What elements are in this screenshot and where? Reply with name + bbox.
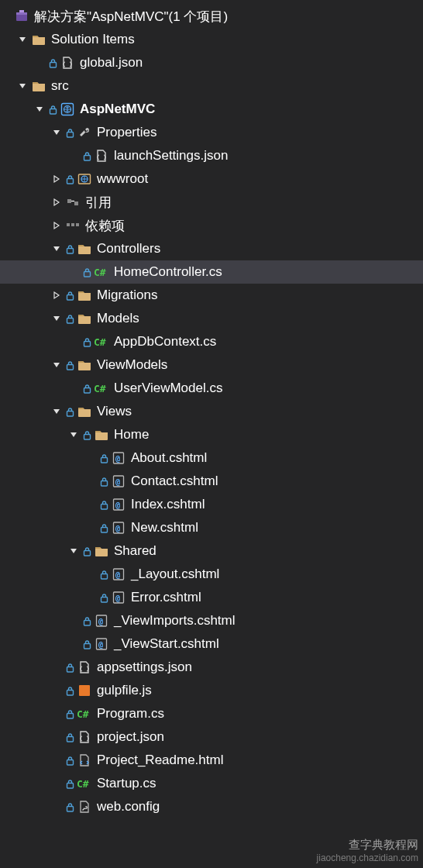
svg-rect-27 [67,411,73,416]
svg-rect-38 [101,527,107,532]
svg-text:C#: C# [94,383,106,394]
svg-text:@: @ [115,454,120,463]
tree-item[interactable]: C# Startup.cs [0,772,423,795]
tree-item[interactable]: Views [0,400,423,423]
chevron-down-icon[interactable] [17,81,28,91]
tree-item-label: 依赖项 [85,217,125,235]
tree-item[interactable]: C# UserViewModel.cs [0,377,423,400]
tree-item[interactable]: 引用 [0,191,423,214]
svg-rect-9 [67,178,73,184]
tree-item[interactable]: Home [0,423,423,446]
lock-icon [82,639,91,649]
chevron-down-icon[interactable] [17,34,28,45]
cshtml-icon: @ [94,636,109,652]
lock-icon [82,429,91,440]
tree-item[interactable]: Solution Items [0,28,423,51]
tree-item[interactable]: Properties [0,121,423,144]
svg-rect-16 [76,223,79,226]
svg-text:@: @ [115,524,120,532]
tree-item-label: Solution Items [51,32,135,47]
tree-item[interactable]: @ _Layout.cshtml [0,563,423,586]
arrow-spacer [51,662,62,673]
tree-item-label: Properties [97,125,156,140]
lock-icon [82,150,91,161]
folder-icon [77,241,92,257]
arrow-spacer [68,336,79,347]
tree-item[interactable]: 解决方案"AspNetMVC"(1 个项目) [0,5,423,28]
tree-item[interactable]: C# HomeController.cs [0,260,423,284]
svg-rect-15 [71,223,74,226]
chevron-right-icon[interactable] [51,290,62,301]
tree-item[interactable]: Models [0,307,423,330]
cshtml-icon: @ [111,567,126,582]
lock-icon [65,801,74,812]
folder-icon [94,543,109,559]
tree-item-label: ViewModels [97,357,167,373]
tree-item[interactable]: C# AppDbContext.cs [0,330,423,353]
tree-item[interactable]: @ New.cshtml [0,516,423,539]
tree-item-label: global.json [80,55,143,71]
tree-item[interactable]: gulpfile.js [0,679,423,702]
chevron-down-icon[interactable] [68,429,79,440]
folder-icon [77,357,92,373]
svg-rect-14 [67,223,70,226]
cshtml-icon: @ [94,613,109,629]
svg-rect-24 [67,364,73,370]
chevron-down-icon[interactable] [51,360,62,370]
chevron-down-icon[interactable] [51,127,62,138]
tree-item[interactable]: wwwroot [0,167,423,191]
tree-item[interactable]: AspNetMVC [0,98,423,121]
tree-item-label: wwwroot [97,171,148,187]
cshtml-icon: @ [111,590,126,605]
tree-item[interactable]: launchSettings.json [0,144,423,167]
solution-explorer-tree[interactable]: 解决方案"AspNetMVC"(1 个项目) Solution Items gl… [0,0,423,818]
svg-rect-13 [74,202,78,205]
tree-item[interactable]: Migrations [0,284,423,307]
chevron-down-icon[interactable] [34,104,45,115]
tree-item[interactable]: @ Contact.cshtml [0,470,423,493]
tree-item[interactable]: @ _ViewImports.cshtml [0,609,423,632]
chevron-down-icon[interactable] [51,313,62,324]
tree-item[interactable]: project.json [0,725,423,749]
svg-text:@: @ [98,617,103,625]
js-icon [77,683,92,698]
tree-item[interactable]: @ _ViewStart.cshtml [0,632,423,656]
tree-item[interactable]: appsettings.json [0,656,423,679]
tree-item[interactable]: @ About.cshtml [0,446,423,470]
json-icon [60,55,75,71]
lock-icon [99,499,108,510]
lock-icon [65,778,74,789]
svg-rect-8 [84,155,90,160]
tree-item-label: Migrations [97,288,157,303]
chevron-down-icon[interactable] [68,546,79,556]
tree-item[interactable]: C# Program.cs [0,702,423,725]
tree-item[interactable]: ViewModels [0,353,423,377]
tree-item[interactable]: Project_Readme.html [0,749,423,772]
lock-icon [82,615,91,626]
lock-icon [99,476,108,487]
arrow-spacer [85,499,96,510]
arrow-spacer [85,453,96,463]
chevron-down-icon[interactable] [51,243,62,254]
tree-item[interactable]: global.json [0,51,423,74]
globe-icon [60,102,75,117]
chevron-down-icon[interactable] [51,406,62,417]
tree-item[interactable]: Shared [0,539,423,563]
tree-item[interactable]: @ Error.cshtml [0,586,423,609]
svg-text:@: @ [115,501,120,509]
svg-rect-51 [84,643,90,649]
lock-icon [65,732,74,742]
lock-icon [48,57,57,68]
chevron-right-icon[interactable] [51,197,62,208]
arrow-spacer [68,150,79,161]
tree-item[interactable]: Controllers [0,237,423,260]
tree-item-label: Views [97,404,132,419]
tree-item[interactable]: web.config [0,795,423,818]
watermark-line2: jiaocheng.chazidian.com [317,852,418,863]
tree-item[interactable]: 依赖项 [0,214,423,237]
chevron-right-icon[interactable] [51,174,62,184]
tree-item[interactable]: src [0,74,423,98]
tree-item[interactable]: @ Index.cshtml [0,493,423,516]
svg-rect-45 [101,597,107,602]
chevron-right-icon[interactable] [51,220,62,231]
